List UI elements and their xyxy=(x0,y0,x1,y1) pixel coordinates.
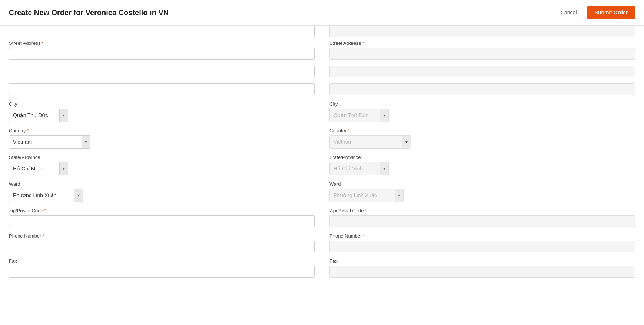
right-state-select: Hồ Chí Minh xyxy=(330,163,380,174)
right-street-address2-group xyxy=(329,66,635,77)
right-state-label: State/Province xyxy=(329,155,635,160)
left-state-group: State/Province Hồ Chí Minh ▾ xyxy=(9,155,315,175)
left-ward-select-wrapper[interactable]: Phường Linh Xuân ▾ xyxy=(9,189,83,202)
right-state-select-wrapper: Hồ Chí Minh ▾ xyxy=(329,162,389,175)
right-state-dropdown-arrow: ▾ xyxy=(380,162,388,175)
header-actions: Cancel Submit Order xyxy=(555,6,635,19)
left-column: Street Address* 6146 Honey Bluff Parkway… xyxy=(9,40,315,283)
right-city-select: Quận Thủ Đức xyxy=(330,110,380,121)
left-street-address2-group xyxy=(9,66,315,77)
right-city-dropdown-arrow: ▾ xyxy=(380,109,388,122)
left-street-address3-group xyxy=(9,83,315,95)
right-street-address-label: Street Address* xyxy=(329,40,635,46)
left-country-label: Country* xyxy=(9,128,315,133)
left-city-group: City Quận Thủ Đức ▾ xyxy=(9,101,315,122)
left-state-select[interactable]: Hồ Chí Minh xyxy=(9,163,59,174)
left-street-address-group: Street Address* 6146 Honey Bluff Parkway xyxy=(9,40,315,60)
left-city-select[interactable]: Quận Thủ Đức xyxy=(9,110,59,121)
right-phone-group: Phone Number* (555) 229-3326 xyxy=(329,233,635,252)
right-country-group: Country* Vietnam ▾ xyxy=(329,128,635,149)
left-city-label: City xyxy=(9,101,315,107)
left-fax-input[interactable] xyxy=(9,266,315,278)
left-zip-input[interactable]: 49628-7978 xyxy=(9,215,315,227)
right-street-address3-input xyxy=(329,83,635,95)
left-state-select-wrapper[interactable]: Hồ Chí Minh ▾ xyxy=(9,162,68,175)
right-zip-input: 49628-7978 xyxy=(329,215,635,227)
form-two-col: Street Address* 6146 Honey Bluff Parkway… xyxy=(9,40,635,283)
left-street-address2-input[interactable] xyxy=(9,66,315,77)
right-country-dropdown-arrow: ▾ xyxy=(402,136,411,148)
right-column: Street Address* 6146 Honey Bluff Parkway… xyxy=(329,40,635,283)
left-fax-label: Fax xyxy=(9,258,315,264)
top-right-input xyxy=(329,26,635,37)
right-phone-input: (555) 229-3326 xyxy=(329,241,635,252)
left-state-dropdown-arrow[interactable]: ▾ xyxy=(59,162,68,175)
left-country-select-wrapper[interactable]: Vietnam ▾ xyxy=(9,135,90,149)
right-ward-dropdown-arrow: ▾ xyxy=(395,189,403,202)
left-phone-input[interactable]: (555) 229-3326 xyxy=(9,241,315,252)
top-left-input[interactable] xyxy=(9,26,315,37)
right-city-group: City Quận Thủ Đức ▾ xyxy=(329,101,635,122)
left-ward-dropdown-arrow[interactable]: ▾ xyxy=(74,189,83,202)
left-street-address-input[interactable]: 6146 Honey Bluff Parkway xyxy=(9,48,315,60)
cancel-button[interactable]: Cancel xyxy=(555,7,583,19)
left-zip-group: Zip/Postal Code* 49628-7978 xyxy=(9,208,315,227)
right-fax-label: Fax xyxy=(329,258,635,264)
right-country-select: Vietnam xyxy=(330,136,402,147)
left-country-group: Country* Vietnam ▾ xyxy=(9,128,315,149)
right-fax-group: Fax xyxy=(329,258,635,278)
left-fax-group: Fax xyxy=(9,258,315,278)
right-street-address2-input xyxy=(329,66,635,77)
page-title: Create New Order for Veronica Costello i… xyxy=(9,9,169,17)
right-zip-label: Zip/Postal Code* xyxy=(329,208,635,213)
top-right-input-col xyxy=(329,26,635,37)
right-country-label: Country* xyxy=(329,128,635,133)
left-street-address3-input[interactable] xyxy=(9,83,315,95)
left-street-address-label: Street Address* xyxy=(9,40,315,46)
left-ward-label: Ward xyxy=(9,181,315,187)
right-street-address-group: Street Address* 6146 Honey Bluff Parkway xyxy=(329,40,635,60)
left-state-label: State/Province xyxy=(9,155,315,160)
left-country-dropdown-arrow[interactable]: ▾ xyxy=(82,136,90,148)
right-ward-label: Ward xyxy=(329,181,635,187)
right-city-select-wrapper: Quận Thủ Đức ▾ xyxy=(329,109,389,122)
left-city-select-wrapper[interactable]: Quận Thủ Đức ▾ xyxy=(9,109,68,122)
right-city-label: City xyxy=(329,101,635,107)
submit-order-button[interactable]: Submit Order xyxy=(587,6,635,19)
top-input-row xyxy=(9,26,635,37)
right-zip-group: Zip/Postal Code* 49628-7978 xyxy=(329,208,635,227)
right-fax-input xyxy=(329,266,635,278)
right-phone-label: Phone Number* xyxy=(329,233,635,239)
right-street-address3-group xyxy=(329,83,635,95)
main-content: Street Address* 6146 Honey Bluff Parkway… xyxy=(0,26,644,292)
right-street-address-input: 6146 Honey Bluff Parkway xyxy=(329,48,635,60)
right-ward-select-wrapper: Phường Linh Xuân ▾ xyxy=(329,189,404,202)
left-country-select[interactable]: Vietnam xyxy=(9,136,82,147)
left-ward-group: Ward Phường Linh Xuân ▾ xyxy=(9,181,315,202)
right-state-group: State/Province Hồ Chí Minh ▾ xyxy=(329,155,635,175)
right-ward-group: Ward Phường Linh Xuân ▾ xyxy=(329,181,635,202)
page-header: Create New Order for Veronica Costello i… xyxy=(0,0,644,26)
left-phone-group: Phone Number* (555) 229-3326 xyxy=(9,233,315,252)
right-country-select-wrapper: Vietnam ▾ xyxy=(329,135,411,149)
right-ward-select: Phường Linh Xuân xyxy=(330,190,395,201)
left-ward-select[interactable]: Phường Linh Xuân xyxy=(9,190,74,201)
left-phone-label: Phone Number* xyxy=(9,233,315,239)
left-zip-label: Zip/Postal Code* xyxy=(9,208,315,213)
left-city-dropdown-arrow[interactable]: ▾ xyxy=(59,109,68,122)
top-left-input-col xyxy=(9,26,315,37)
